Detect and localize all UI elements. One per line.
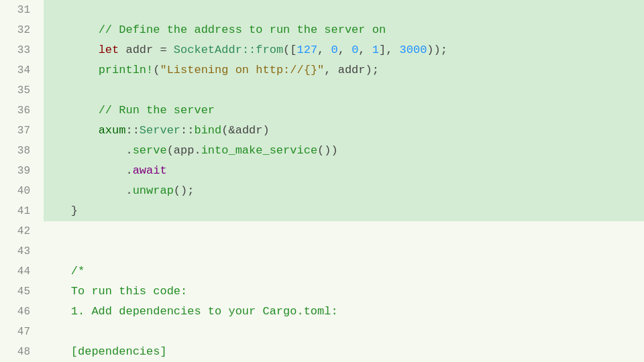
line-38: 38: [0, 141, 37, 161]
code-editor: 31 32 33 34 35 36 37 38 39 40 41 42 43 4…: [0, 0, 644, 362]
code-body: // Define the address to run the server …: [37, 0, 644, 362]
line-35: 35: [0, 80, 37, 101]
code-line-45: To run this code:: [44, 282, 644, 302]
code-line-36: // Run the server: [44, 101, 644, 121]
code-line-48: [dependencies]: [44, 342, 644, 362]
code-line-37: axum::Server::bind(&addr): [44, 121, 644, 141]
line-37: 37: [0, 121, 37, 141]
code-line-35: [44, 80, 644, 101]
code-line-42: [44, 221, 644, 241]
code-line-38: .serve(app.into_make_service()): [44, 141, 644, 161]
line-40: 40: [0, 181, 37, 201]
line-36: 36: [0, 101, 37, 121]
line-48: 48: [0, 342, 37, 362]
line-32: 32: [0, 20, 37, 40]
line-46: 46: [0, 302, 37, 322]
code-line-44: /*: [44, 261, 644, 282]
line-33: 33: [0, 40, 37, 60]
line-45: 45: [0, 282, 37, 302]
line-numbers: 31 32 33 34 35 36 37 38 39 40 41 42 43 4…: [0, 0, 37, 362]
code-line-43: [44, 241, 644, 261]
code-line-31: [44, 0, 644, 20]
line-41: 41: [0, 201, 37, 221]
line-47: 47: [0, 322, 37, 342]
line-44: 44: [0, 261, 37, 282]
code-line-34: println!("Listening on http://{}", addr)…: [44, 60, 644, 80]
line-34: 34: [0, 60, 37, 80]
code-line-41: }: [44, 201, 644, 221]
line-39: 39: [0, 161, 37, 181]
line-31: 31: [0, 0, 37, 20]
code-line-47: [44, 322, 644, 342]
code-line-40: .unwrap();: [44, 181, 644, 201]
code-line-39: .await: [44, 161, 644, 181]
code-line-33: let addr = SocketAddr::from([127, 0, 0, …: [44, 40, 644, 60]
line-42: 42: [0, 221, 37, 241]
code-line-46: 1. Add dependencies to your Cargo.toml:: [44, 302, 644, 322]
line-43: 43: [0, 241, 37, 261]
code-line-32: // Define the address to run the server …: [44, 20, 644, 40]
